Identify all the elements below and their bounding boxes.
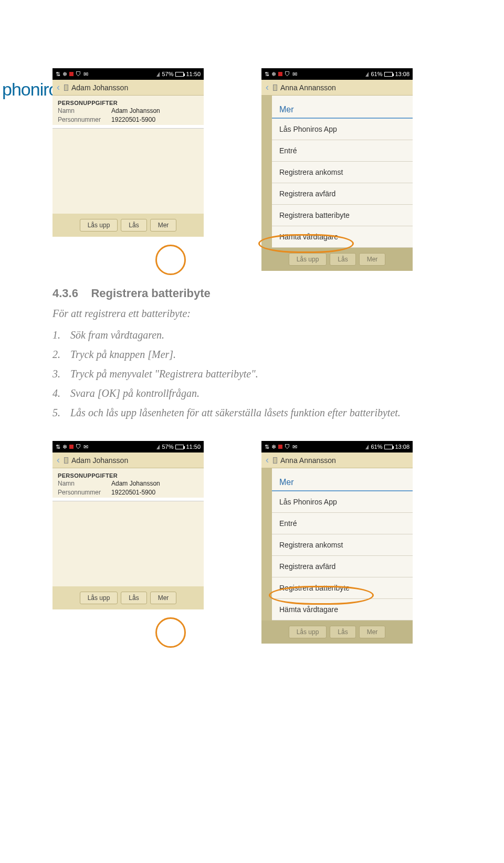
step-item: 3.Tryck på menyvalet "Registrera batteri… bbox=[70, 368, 452, 380]
btn-las[interactable]: Lås bbox=[330, 253, 355, 266]
steps-list: 1.Sök fram vårdtagaren. 2.Tryck på knapp… bbox=[52, 329, 452, 419]
battery-icon bbox=[384, 72, 393, 77]
btn-las-upp[interactable]: Lås upp bbox=[289, 253, 327, 266]
status-percent: 61% bbox=[371, 444, 382, 450]
kv-key: Personnummer bbox=[58, 116, 101, 123]
status-percent: 61% bbox=[371, 71, 382, 77]
menu-item[interactable]: Entré bbox=[272, 513, 413, 534]
menu-item[interactable]: Registrera avfärd bbox=[272, 183, 413, 205]
btn-las-upp[interactable]: Lås upp bbox=[80, 219, 118, 231]
back-caret-icon: ‹ bbox=[57, 455, 60, 466]
menu-item[interactable]: Hämta vårdtagare bbox=[272, 599, 413, 620]
highlight-circle-mer bbox=[155, 617, 186, 648]
step-item: 4.Svara [OK] på kontrollfrågan. bbox=[70, 387, 452, 399]
lock-icon bbox=[64, 85, 68, 91]
breadcrumb-name: Adam Johansson bbox=[71, 456, 128, 465]
breadcrumb[interactable]: ‹ Adam Johansson bbox=[52, 80, 204, 96]
btn-mer[interactable]: Mer bbox=[150, 592, 177, 604]
section-heading: 4.3.6 Registrera batteribyte bbox=[52, 287, 452, 300]
breadcrumb-name: Anna Annansson bbox=[280, 456, 336, 465]
btn-las[interactable]: Lås bbox=[121, 592, 146, 604]
lock-icon bbox=[273, 85, 277, 91]
screenshots-row-bottom: ⇅❄⛉✉ 57% 11:50 ‹ Adam Johansson PERSONUP… bbox=[0, 441, 504, 644]
sheet-gutter bbox=[261, 96, 272, 248]
breadcrumb[interactable]: ‹ Adam Johansson bbox=[52, 452, 204, 468]
menu-item[interactable]: Registrera avfärd bbox=[272, 556, 413, 577]
status-percent: 57% bbox=[162, 71, 173, 77]
menu-item[interactable]: Lås Phoniros App bbox=[272, 119, 413, 140]
battery-icon bbox=[384, 445, 393, 449]
section-header: PERSONUPPGIFTER bbox=[52, 468, 204, 480]
breadcrumb[interactable]: ‹ Anna Annansson bbox=[261, 80, 413, 96]
status-percent: 57% bbox=[162, 444, 173, 450]
back-caret-icon: ‹ bbox=[266, 82, 269, 93]
document-body: 4.3.6 Registrera batteribyte För att reg… bbox=[0, 271, 504, 419]
status-clock: 13:08 bbox=[395, 444, 410, 450]
screenshots-row-top: ⇅❄⛉✉ 57% 11:50 ‹ Adam Johansson PERSONUP… bbox=[0, 68, 504, 271]
menu-item[interactable]: Hämta vårdtagare bbox=[272, 226, 413, 248]
status-clock: 13:08 bbox=[395, 71, 410, 77]
btn-las[interactable]: Lås bbox=[121, 219, 146, 231]
screenshot-left-personinfo: ⇅❄⛉✉ 57% 11:50 ‹ Adam Johansson PERSONUP… bbox=[52, 68, 204, 271]
status-clock: 11:50 bbox=[186, 444, 201, 450]
step-item: 1.Sök fram vårdtagaren. bbox=[70, 329, 452, 341]
kv-key: Namn bbox=[58, 107, 101, 114]
sheet-title: Mer bbox=[272, 96, 413, 119]
btn-las[interactable]: Lås bbox=[330, 626, 355, 638]
breadcrumb[interactable]: ‹ Anna Annansson bbox=[261, 452, 413, 468]
android-statusbar: ⇅❄⛉✉ 57% 11:50 bbox=[52, 441, 204, 452]
android-statusbar: ⇅❄⛉✉ 57% 11:50 bbox=[52, 68, 204, 80]
btn-mer[interactable]: Mer bbox=[359, 626, 386, 638]
breadcrumb-name: Adam Johansson bbox=[71, 83, 128, 92]
kv-row: Personnummer 19220501-5900 bbox=[52, 116, 204, 125]
menu-item[interactable]: Entré bbox=[272, 140, 413, 162]
btn-las-upp[interactable]: Lås upp bbox=[80, 592, 118, 604]
section-lead: För att registrera ett batteribyte: bbox=[52, 308, 452, 320]
breadcrumb-name: Anna Annansson bbox=[280, 83, 336, 92]
step-item: 2.Tryck på knappen [Mer]. bbox=[70, 349, 452, 361]
menu-item[interactable]: Registrera batteribyte bbox=[272, 577, 413, 599]
kv-row: Namn Adam Johansson bbox=[52, 107, 204, 116]
bottom-toolbar-dim: Lås upp Lås Mer bbox=[261, 248, 413, 271]
highlight-circle-mer bbox=[155, 245, 186, 275]
btn-mer[interactable]: Mer bbox=[150, 219, 177, 231]
section-title: Registrera batteribyte bbox=[91, 287, 210, 300]
section-header: PERSONUPPGIFTER bbox=[52, 96, 204, 107]
actionsheet: Mer Lås Phoniros App Entré Registrera an… bbox=[272, 96, 413, 248]
status-clock: 11:50 bbox=[186, 71, 201, 77]
screenshot-right-menu: ⇅❄⛉✉ 61% 13:08 ‹ Anna Annansson Mer Lås bbox=[261, 68, 413, 271]
brand-word: phoniro bbox=[2, 79, 58, 100]
btn-las-upp[interactable]: Lås upp bbox=[289, 626, 327, 638]
menu-item[interactable]: Registrera batteribyte bbox=[272, 205, 413, 226]
android-statusbar: ⇅❄⛉✉ 61% 13:08 bbox=[261, 441, 413, 452]
android-statusbar: ⇅❄⛉✉ 61% 13:08 bbox=[261, 68, 413, 80]
back-caret-icon: ‹ bbox=[57, 82, 60, 93]
lock-icon bbox=[273, 457, 277, 464]
kv-value: 19220501-5900 bbox=[111, 116, 155, 123]
bottom-toolbar: Lås upp Lås Mer bbox=[52, 214, 204, 237]
battery-icon bbox=[175, 72, 184, 77]
menu-item[interactable]: Registrera ankomst bbox=[272, 162, 413, 183]
menu-item[interactable]: Lås Phoniros App bbox=[272, 491, 413, 513]
btn-mer[interactable]: Mer bbox=[359, 253, 386, 266]
screenshot-right-menu: ⇅❄⛉✉ 61% 13:08 ‹ Anna Annansson Mer Lås … bbox=[261, 441, 413, 644]
battery-icon bbox=[175, 445, 184, 449]
menu-item[interactable]: Registrera ankomst bbox=[272, 534, 413, 556]
back-caret-icon: ‹ bbox=[266, 455, 269, 466]
section-number: 4.3.6 bbox=[52, 287, 78, 300]
empty-area bbox=[52, 129, 204, 214]
lock-icon bbox=[64, 457, 68, 464]
screenshot-left-personinfo: ⇅❄⛉✉ 57% 11:50 ‹ Adam Johansson PERSONUP… bbox=[52, 441, 204, 644]
kv-value: Adam Johansson bbox=[111, 107, 160, 114]
step-item: 5.Lås och lås upp låsenheten för att säk… bbox=[70, 407, 452, 419]
